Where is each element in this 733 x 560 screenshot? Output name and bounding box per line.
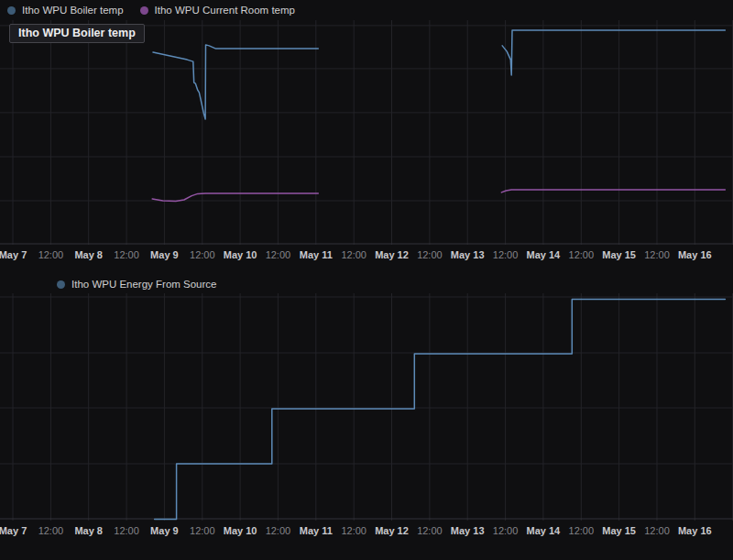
x-tick-12-00: 12:00 <box>644 249 670 260</box>
x-tick-may-11: May 11 <box>300 249 333 260</box>
temp-chart-plot[interactable] <box>0 20 733 245</box>
temp-chart-legend: Itho WPU Boiler tempItho WPU Current Roo… <box>7 3 295 17</box>
x-tick-12-00: 12:00 <box>341 525 366 536</box>
series-tooltip-label: Itho WPU Boiler temp <box>18 27 136 39</box>
x-tick-may-12: May 12 <box>375 525 409 536</box>
series-color-dot-icon <box>57 280 65 289</box>
x-tick-12-00: 12:00 <box>417 525 443 536</box>
legend-item-itho-wpu-energy-from-source[interactable]: Itho WPU Energy From Source <box>57 279 217 290</box>
x-tick-12-00: 12:00 <box>569 525 595 536</box>
energy-chart-x-axis: May 712:00May 812:00May 912:00May 1012:0… <box>0 525 733 540</box>
x-tick-may-16: May 16 <box>678 525 712 536</box>
x-tick-may-8: May 8 <box>74 249 103 260</box>
x-tick-may-9: May 9 <box>150 525 179 536</box>
x-tick-may-10: May 10 <box>224 249 257 260</box>
x-tick-may-7: May 7 <box>0 249 27 260</box>
legend-item-itho-wpu-current-room-temp[interactable]: Itho WPU Current Room temp <box>140 5 295 16</box>
x-tick-may-9: May 9 <box>150 249 179 260</box>
x-tick-12-00: 12:00 <box>114 525 139 536</box>
x-tick-12-00: 12:00 <box>644 525 670 536</box>
series-tooltip: Itho WPU Boiler temp <box>9 24 145 43</box>
x-tick-may-14: May 14 <box>527 525 561 536</box>
x-tick-may-8: May 8 <box>74 525 103 536</box>
x-tick-may-13: May 13 <box>451 249 485 260</box>
x-tick-12-00: 12:00 <box>190 249 215 260</box>
history-dashboard: Itho WPU Boiler tempItho WPU Current Roo… <box>0 0 733 560</box>
x-tick-12-00: 12:00 <box>493 249 519 260</box>
energy-chart-legend: Itho WPU Energy From Source <box>57 277 217 291</box>
x-tick-may-14: May 14 <box>527 249 561 260</box>
x-tick-12-00: 12:00 <box>38 249 64 260</box>
x-tick-may-15: May 15 <box>602 249 636 260</box>
x-tick-12-00: 12:00 <box>38 525 64 536</box>
legend-label: Itho WPU Energy From Source <box>71 279 217 290</box>
x-tick-may-12: May 12 <box>375 249 409 260</box>
series-color-dot-icon <box>140 6 148 15</box>
x-tick-may-15: May 15 <box>602 525 636 536</box>
x-tick-may-7: May 7 <box>0 525 27 536</box>
legend-item-itho-wpu-boiler-temp[interactable]: Itho WPU Boiler temp <box>7 5 124 16</box>
x-tick-may-16: May 16 <box>678 249 712 260</box>
legend-label: Itho WPU Boiler temp <box>22 5 124 16</box>
x-tick-may-13: May 13 <box>451 525 485 536</box>
x-tick-12-00: 12:00 <box>569 249 595 260</box>
x-tick-may-11: May 11 <box>300 525 333 536</box>
x-tick-12-00: 12:00 <box>266 249 291 260</box>
x-tick-12-00: 12:00 <box>114 249 139 260</box>
x-tick-12-00: 12:00 <box>266 525 291 536</box>
x-tick-12-00: 12:00 <box>493 525 519 536</box>
x-tick-12-00: 12:00 <box>341 249 366 260</box>
temp-chart-x-axis: May 712:00May 812:00May 912:00May 1012:0… <box>0 249 733 264</box>
series-color-dot-icon <box>7 6 16 15</box>
legend-label: Itho WPU Current Room temp <box>155 5 295 16</box>
x-tick-12-00: 12:00 <box>190 525 215 536</box>
energy-chart-plot[interactable] <box>0 293 733 521</box>
x-tick-12-00: 12:00 <box>417 249 443 260</box>
x-tick-may-10: May 10 <box>224 525 257 536</box>
